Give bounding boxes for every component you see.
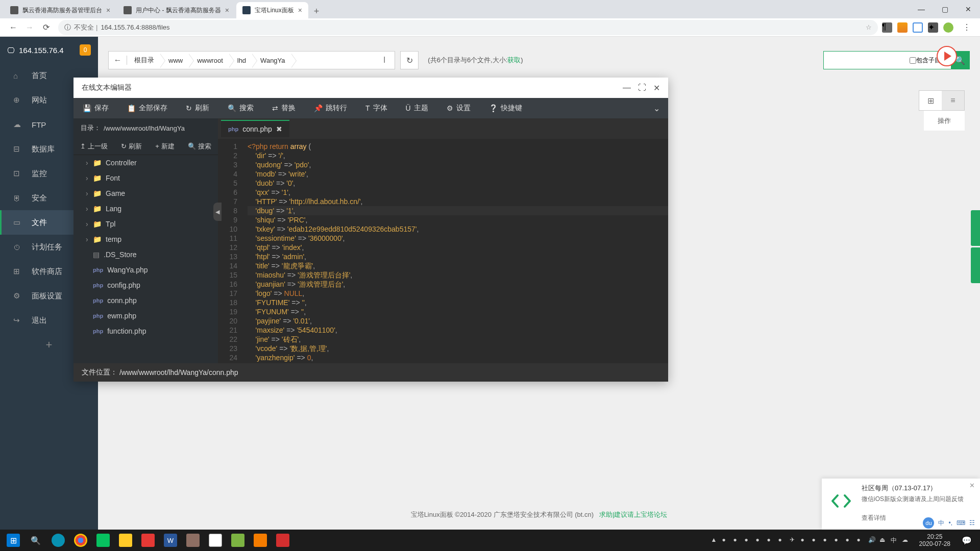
extensions-icon[interactable]: ✦ bbox=[928, 22, 938, 33]
tree-item[interactable]: ›📁Font bbox=[74, 170, 218, 186]
help-link[interactable]: 求助|建议请上宝塔论坛 bbox=[599, 511, 667, 518]
tree-item[interactable]: ›📁Lang bbox=[74, 201, 218, 216]
tree-tool-button[interactable]: ↻刷新 bbox=[121, 142, 142, 151]
reload-button[interactable]: ⟳ bbox=[38, 19, 54, 36]
minimize-button[interactable]: — bbox=[910, 1, 933, 17]
tree-tool-button[interactable]: 🔍搜索 bbox=[188, 142, 211, 151]
server-info: 🖵 164.155.76.4 0 bbox=[0, 37, 98, 63]
tab-close-icon[interactable]: ✖ bbox=[276, 125, 282, 133]
tree-item[interactable]: phpWangYa.php bbox=[74, 262, 218, 278]
tree-tool-button[interactable]: +新建 bbox=[155, 142, 175, 151]
search-input[interactable] bbox=[824, 57, 905, 64]
app-icon[interactable] bbox=[249, 531, 272, 549]
explorer-icon[interactable] bbox=[114, 531, 137, 549]
system-tray[interactable]: ▲●●● ●●●✈ ●●●● ●●🔊⏏ 中☁ bbox=[707, 536, 914, 544]
app-icon[interactable] bbox=[47, 531, 69, 549]
ext-icon[interactable] bbox=[897, 22, 908, 33]
ime-lang[interactable]: 中 bbox=[938, 519, 944, 528]
avatar-icon[interactable] bbox=[943, 22, 953, 33]
tree-item[interactable]: ▤.DS_Store bbox=[74, 247, 218, 262]
app-icon[interactable] bbox=[272, 531, 294, 549]
toolbar-button[interactable]: ❔快捷键 bbox=[480, 98, 531, 118]
wechat-icon[interactable] bbox=[92, 531, 114, 549]
breadcrumb-item[interactable]: www bbox=[161, 52, 190, 69]
code-tab[interactable]: php conn.php ✖ bbox=[221, 120, 289, 137]
toolbar-more-icon[interactable]: ⌄ bbox=[645, 104, 668, 113]
back-button[interactable]: ← bbox=[5, 19, 21, 36]
col-header: 操作 bbox=[924, 111, 965, 131]
forward-button[interactable]: → bbox=[21, 19, 38, 36]
editor-titlebar: 在线文本编辑器 — ⛶ ✕ bbox=[74, 78, 668, 98]
maximize-button[interactable]: ▢ bbox=[933, 1, 957, 17]
grid-view-button[interactable]: ⊞ bbox=[919, 91, 942, 110]
toolbar-button[interactable]: ⇄替换 bbox=[263, 98, 305, 118]
get-size-link[interactable]: 获取 bbox=[507, 56, 521, 64]
editor-minimize-icon[interactable]: — bbox=[623, 83, 631, 93]
app-icon[interactable] bbox=[182, 531, 204, 549]
app-icon[interactable] bbox=[227, 531, 249, 549]
tree-tool-button[interactable]: ↥上一级 bbox=[80, 142, 108, 151]
word-icon[interactable]: W bbox=[159, 531, 182, 549]
menu-button[interactable]: ⋮ bbox=[959, 19, 975, 36]
tree-item[interactable]: phpfunction.php bbox=[74, 323, 218, 339]
side-float-btn[interactable] bbox=[971, 210, 980, 246]
ext-icon[interactable] bbox=[913, 22, 923, 33]
toolbar-button[interactable]: ↻刷新 bbox=[177, 98, 218, 118]
path-back-button[interactable]: ← bbox=[109, 56, 127, 65]
tree-item[interactable]: phpconfig.php bbox=[74, 278, 218, 293]
floating-action-button[interactable] bbox=[937, 46, 957, 66]
tree-item[interactable]: ›📁Controller bbox=[74, 155, 218, 170]
taskbar: ⊞ 🔍 W ▲●●● ●●●✈ ●●●● ●●🔊⏏ 中☁ 20:25 2020-… bbox=[0, 530, 980, 551]
tree-item[interactable]: phpconn.php bbox=[74, 293, 218, 308]
editor-maximize-icon[interactable]: ⛶ bbox=[638, 83, 646, 93]
ime-kb[interactable]: ⌨ bbox=[957, 519, 965, 527]
close-window-button[interactable]: ✕ bbox=[957, 1, 980, 17]
ime-grid[interactable]: ☷ bbox=[969, 519, 975, 527]
chrome-icon[interactable] bbox=[69, 531, 92, 549]
file-location-bar: 文件位置： /www/wwwroot/lhd/WangYa/conn.php bbox=[74, 363, 668, 382]
server-ip: 164.155.76.4 bbox=[19, 46, 64, 55]
notif-badge[interactable]: 0 bbox=[80, 44, 91, 56]
toolbar-button[interactable]: 📋全部保存 bbox=[118, 98, 177, 118]
breadcrumb-item[interactable]: WangYa bbox=[253, 52, 292, 69]
ext-icon[interactable]: ¶ bbox=[882, 22, 892, 33]
toolbar-button[interactable]: 🔍搜索 bbox=[218, 98, 263, 118]
url-bar[interactable]: ⓘ 不安全 | 164.155.76.4:8888/files ☆ bbox=[58, 20, 878, 35]
toolbar-button[interactable]: 💾保存 bbox=[74, 98, 118, 118]
clock[interactable]: 20:25 2020-07-28 bbox=[914, 533, 955, 547]
tree-tools: ↥上一级↻刷新+新建🔍搜索 bbox=[74, 138, 218, 155]
ime-punct[interactable]: •, bbox=[948, 519, 952, 527]
browser-tab[interactable]: 飘云香港高防服务器管理后台× bbox=[4, 2, 116, 18]
tree-item[interactable]: ›📁Game bbox=[74, 186, 218, 201]
ime-icon[interactable]: du bbox=[923, 517, 934, 529]
toolbar-button[interactable]: 📌跳转行 bbox=[305, 98, 356, 118]
breadcrumb-item[interactable]: wwwroot bbox=[190, 52, 230, 69]
search-button[interactable]: 🔍 bbox=[24, 531, 47, 549]
code-editor[interactable]: 123456789101112131415161718192021222324 … bbox=[218, 139, 668, 363]
toolbar-button[interactable]: Ü主题 bbox=[397, 98, 437, 118]
app-icon[interactable] bbox=[137, 531, 159, 549]
tree-item[interactable]: phpewm.php bbox=[74, 308, 218, 323]
breadcrumb-item[interactable]: 根目录 bbox=[127, 52, 161, 69]
toolbar-button[interactable]: ⚙设置 bbox=[437, 98, 480, 118]
code-area: ◀ php conn.php ✖ 12345678910111213141516… bbox=[218, 118, 668, 363]
editor-close-icon[interactable]: ✕ bbox=[653, 83, 660, 93]
path-cursor[interactable]: I bbox=[374, 56, 395, 65]
app-icon[interactable] bbox=[204, 531, 227, 549]
new-tab-button[interactable]: + bbox=[309, 4, 324, 18]
start-button[interactable]: ⊞ bbox=[2, 531, 24, 549]
browser-tab[interactable]: 宝塔Linux面板× bbox=[236, 2, 308, 18]
collapse-handle[interactable]: ◀ bbox=[213, 203, 222, 221]
address-bar: ← → ⟳ ⓘ 不安全 | 164.155.76.4:8888/files ☆ … bbox=[0, 18, 980, 37]
toolbar-button[interactable]: T字体 bbox=[356, 98, 397, 118]
browser-tab[interactable]: 用户中心 - 飘云香港高防服务器× bbox=[117, 2, 235, 18]
side-float-btn[interactable] bbox=[971, 247, 980, 283]
breadcrumb: 根目录wwwwwwrootlhdWangYa bbox=[127, 52, 374, 69]
php-icon: php bbox=[228, 126, 238, 132]
notif-close-icon[interactable]: ✕ bbox=[969, 482, 975, 489]
tree-item[interactable]: ›📁Tpl bbox=[74, 216, 218, 232]
list-view-button[interactable]: ≡ bbox=[942, 91, 964, 110]
path-refresh-button[interactable]: ↻ bbox=[400, 51, 419, 69]
action-center-icon[interactable]: 💬 bbox=[955, 531, 978, 549]
tree-item[interactable]: ›📁temp bbox=[74, 232, 218, 247]
